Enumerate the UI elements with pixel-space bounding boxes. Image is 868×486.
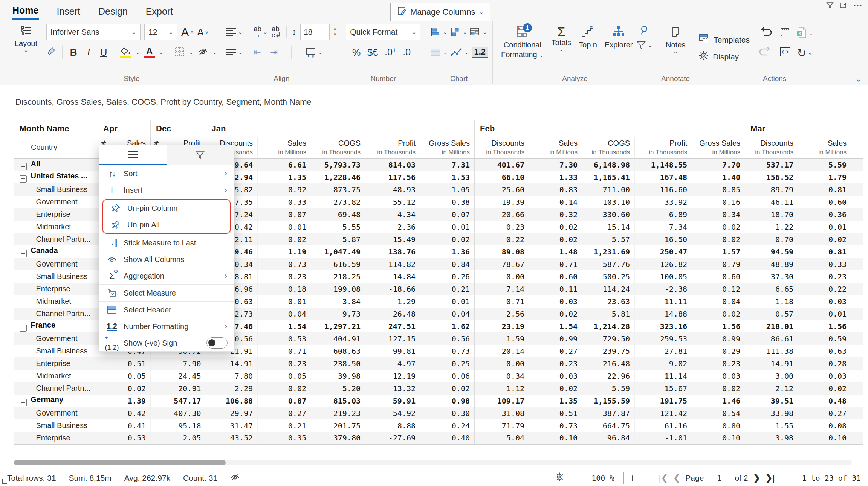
data-cell[interactable]: 1.54 (258, 320, 311, 332)
data-cell[interactable]: 0.03 (798, 295, 851, 308)
data-cell[interactable]: 33.98 (745, 407, 798, 419)
undo-button[interactable] (759, 27, 772, 39)
data-cell[interactable]: 0.02 (692, 221, 745, 233)
data-cell[interactable]: 46.11 (745, 196, 798, 208)
data-cell[interactable]: 587.76 (582, 258, 635, 270)
data-cell[interactable]: 0.16 (692, 196, 745, 208)
menu-tab-options[interactable] (99, 145, 167, 165)
refresh-button[interactable]: ↻⌄ (797, 46, 813, 59)
first-page-button[interactable]: |❮ (659, 473, 668, 483)
data-cell[interactable]: 1.56 (798, 320, 851, 332)
data-cell[interactable]: 0.03 (692, 370, 745, 382)
column-width-button[interactable]: ⌄ (305, 47, 323, 58)
data-cell[interactable]: 5.59 (582, 382, 635, 395)
data-cell[interactable]: 24.45 (151, 370, 206, 382)
zoom-out-button[interactable]: − (570, 474, 576, 482)
measure-header-mar-discounts[interactable]: Discountsin Thousands (745, 137, 798, 158)
data-cell[interactable]: 23.19 (475, 320, 529, 332)
data-cell[interactable]: 95.18 (151, 419, 206, 432)
collapse-icon[interactable] (20, 399, 27, 406)
wrap-text-button[interactable]: abc↲ (272, 26, 281, 38)
hide-style-icon[interactable] (197, 47, 209, 58)
data-cell[interactable]: 0.18 (258, 283, 311, 295)
data-cell[interactable]: 0.63 (798, 345, 851, 357)
data-cell[interactable]: 2.36 (365, 221, 420, 233)
data-cell[interactable]: 0.02 (692, 308, 745, 320)
data-cell[interactable]: 1,214.28 (582, 320, 635, 332)
data-cell[interactable]: 0.21 (258, 419, 311, 432)
format-painter-icon[interactable] (46, 46, 57, 58)
data-cell[interactable]: 1.59 (475, 332, 529, 345)
data-cell[interactable]: 1.18 (745, 295, 798, 308)
data-cell[interactable]: 1.29 (365, 295, 420, 308)
font-family-select[interactable]: Inforiver Sans ⌄ (46, 24, 141, 40)
host-more-options-icon[interactable]: ⋯ (853, 2, 863, 9)
data-cell[interactable]: 0.40 (420, 432, 475, 444)
data-cell[interactable]: 6.61 (258, 158, 311, 171)
data-cell[interactable]: 0.02 (420, 382, 475, 395)
data-cell[interactable]: 0.23 (692, 357, 745, 370)
menu-tab-filter[interactable] (167, 145, 234, 165)
toggle-off[interactable] (206, 337, 228, 349)
vertical-align-button[interactable]: ⌄ (226, 49, 243, 55)
data-cell[interactable]: 156.52 (745, 171, 798, 183)
data-cell[interactable]: 0.42 (98, 407, 151, 419)
data-cell[interactable]: 401.67 (475, 158, 529, 171)
data-cell[interactable]: 0.10 (798, 432, 851, 444)
data-cell[interactable]: 7.31 (420, 158, 475, 171)
data-cell[interactable]: 239.75 (582, 345, 635, 357)
collapse-icon[interactable] (20, 175, 27, 183)
data-cell[interactable]: 9.73 (311, 308, 365, 320)
templates-button[interactable]: Templates (698, 34, 750, 46)
data-cell[interactable]: 0.02 (798, 382, 851, 395)
data-cell[interactable]: 0.85 (692, 183, 745, 196)
row-label-channel-partn[interactable]: Channel Partn... (14, 308, 98, 320)
increase-font-button[interactable]: A˄ (181, 26, 194, 38)
data-cell[interactable]: 66.10 (475, 171, 529, 183)
zoom-in-button[interactable]: + (629, 474, 635, 482)
data-cell[interactable]: 0.27 (258, 407, 311, 419)
data-cell[interactable]: 500.25 (582, 270, 635, 283)
data-cell[interactable]: 247.51 (365, 320, 420, 332)
data-cell[interactable]: 0.08 (798, 419, 851, 432)
data-cell[interactable]: 69.48 (311, 208, 365, 221)
conditional-formatting-button[interactable]: 1 Conditional Formatting ⌄ (497, 24, 548, 59)
row-label-government[interactable]: Government (14, 407, 98, 419)
data-cell[interactable]: 37.30 (745, 270, 798, 283)
fill-color-button[interactable] (120, 47, 131, 58)
row-height-input[interactable]: 18 (300, 24, 330, 40)
data-cell[interactable]: 0.32 (529, 208, 582, 221)
data-cell[interactable]: 1.36 (420, 245, 475, 258)
sparkline-button[interactable]: ⌄ (451, 47, 469, 57)
data-cell[interactable]: 96.84 (582, 432, 635, 444)
data-cell[interactable]: 273.82 (311, 196, 365, 208)
data-cell[interactable]: 0.34 (692, 208, 745, 221)
data-cell[interactable]: 15.67 (635, 382, 692, 395)
data-cell[interactable]: 815.03 (311, 395, 365, 407)
data-cell[interactable]: 0.03 (529, 295, 582, 308)
data-cell[interactable]: 61.16 (635, 419, 692, 432)
data-cell[interactable]: 873.75 (311, 183, 365, 196)
data-cell[interactable]: 14.84 (365, 270, 420, 283)
data-cell[interactable]: 59.91 (365, 395, 420, 407)
data-cell[interactable]: 0.00 (475, 270, 529, 283)
menu-item-show-all-columns[interactable]: Show All Columns (99, 251, 234, 268)
data-cell[interactable]: 2.29 (206, 382, 258, 395)
row-label-united-states[interactable]: United States ... (14, 171, 98, 183)
data-cell[interactable]: 1,148.55 (635, 158, 692, 171)
data-cell[interactable]: 39.98 (311, 370, 365, 382)
data-cell[interactable]: 0.06 (420, 370, 475, 382)
data-cell[interactable]: 0.36 (798, 208, 851, 221)
row-label-enterprise[interactable]: Enterprise (14, 357, 98, 370)
bar-chart-button[interactable]: ⌄ (430, 27, 448, 37)
resize-handle[interactable] (2, 479, 7, 484)
data-cell[interactable]: 1.35 (529, 395, 582, 407)
data-cell[interactable]: 0.53 (258, 332, 311, 345)
data-cell[interactable]: 1,165.41 (582, 171, 635, 183)
data-cell[interactable]: 1,047.49 (311, 245, 365, 258)
prev-page-button[interactable]: ❮ (673, 473, 680, 483)
data-cell[interactable]: 711.00 (582, 183, 635, 196)
data-cell[interactable]: -2.38 (635, 283, 692, 295)
last-page-button[interactable]: ❯| (766, 473, 775, 483)
host-filter-icon[interactable] (826, 2, 834, 9)
